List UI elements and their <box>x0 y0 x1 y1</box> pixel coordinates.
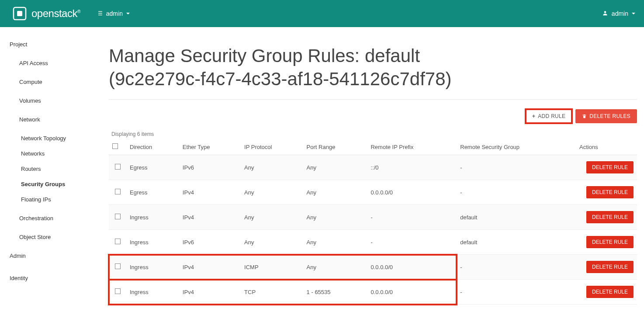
sidebar-item-orchestration[interactable]: Orchestration <box>0 211 98 226</box>
cell-ether-type: IPv4 <box>179 205 241 230</box>
delete-rule-button[interactable]: Delete Rule <box>586 161 634 173</box>
table-row: IngressIPv4TCP1 - 655350.0.0.0/0-Delete … <box>109 280 637 305</box>
openstack-logo-icon <box>12 6 27 21</box>
sidebar-item-api-access[interactable]: API Access <box>0 55 98 71</box>
list-icon: ☰ <box>98 10 103 17</box>
col-direction[interactable]: Direction <box>126 139 179 155</box>
sidebar-item-object-store[interactable]: Object Store <box>0 229 98 245</box>
cell-ether-type: IPv4 <box>179 180 241 205</box>
cell-ip-protocol: TCP <box>241 280 303 305</box>
project-selector[interactable]: ☰ admin <box>98 10 130 17</box>
table-row: IngressIPv6AnyAny-defaultDelete Rule <box>109 230 637 255</box>
sidebar-item-admin[interactable]: Admin <box>0 248 98 263</box>
main-content: Manage Security Group Rules: default (9c… <box>98 27 644 322</box>
col-ether-type[interactable]: Ether Type <box>179 139 241 155</box>
trash-icon <box>582 114 587 119</box>
cell-direction: Egress <box>126 180 179 205</box>
col-remote-ip[interactable]: Remote IP Prefix <box>367 139 457 155</box>
sidebar-item-volumes[interactable]: Volumes <box>0 93 98 108</box>
row-checkbox[interactable] <box>115 164 121 170</box>
project-selector-label: admin <box>106 10 123 17</box>
sidebar-item-network[interactable]: Network <box>0 112 98 127</box>
cell-port-range: Any <box>303 205 367 230</box>
user-menu-label: admin <box>612 10 628 17</box>
brand-name: openstack® <box>31 7 80 20</box>
add-rule-highlight: + Add Rule <box>526 109 572 123</box>
delete-rule-button[interactable]: Delete Rule <box>586 211 634 223</box>
row-checkbox[interactable] <box>115 189 121 194</box>
cell-ether-type: IPv4 <box>179 255 241 280</box>
sidebar: Project API Access Compute Volumes Netwo… <box>0 27 98 322</box>
cell-remote-ip: 0.0.0.0/0 <box>367 255 457 280</box>
item-count: Displaying 6 items <box>109 131 637 137</box>
row-checkbox[interactable] <box>115 263 121 269</box>
delete-rules-button[interactable]: Delete Rules <box>575 109 637 123</box>
svg-point-2 <box>604 11 606 13</box>
cell-remote-ip: - <box>367 205 457 230</box>
cell-port-range: Any <box>303 180 367 205</box>
table-row: IngressIPv4ICMPAny0.0.0.0/0-Delete Rule <box>109 255 637 280</box>
user-menu[interactable]: admin <box>602 10 635 17</box>
sidebar-item-networks[interactable]: Networks <box>0 146 98 161</box>
user-icon <box>602 10 608 17</box>
cell-ether-type: IPv4 <box>179 280 241 305</box>
cell-direction: Egress <box>126 155 179 180</box>
chevron-down-icon <box>126 13 130 14</box>
delete-rules-label: Delete Rules <box>589 113 630 119</box>
cell-remote-ip: 0.0.0.0/0 <box>367 280 457 305</box>
delete-rule-button[interactable]: Delete Rule <box>586 286 634 298</box>
add-rule-button[interactable]: + Add Rule <box>526 109 572 123</box>
cell-ip-protocol: Any <box>241 230 303 255</box>
breadcrumb <box>109 27 637 34</box>
page-title: Manage Security Group Rules: default (9c… <box>109 45 502 90</box>
delete-rule-button[interactable]: Delete Rule <box>586 186 634 198</box>
cell-port-range: 1 - 65535 <box>303 280 367 305</box>
svg-rect-1 <box>17 11 22 16</box>
cell-direction: Ingress <box>126 255 179 280</box>
sidebar-item-identity[interactable]: Identity <box>0 270 98 286</box>
cell-remote-sg: default <box>457 230 576 255</box>
delete-rule-button[interactable]: Delete Rule <box>586 236 634 248</box>
cell-port-range: Any <box>303 230 367 255</box>
row-checkbox[interactable] <box>115 288 121 294</box>
row-checkbox[interactable] <box>115 214 121 219</box>
sidebar-item-compute[interactable]: Compute <box>0 74 98 90</box>
sidebar-item-project[interactable]: Project <box>0 37 98 52</box>
delete-rule-button[interactable]: Delete Rule <box>586 261 634 273</box>
cell-ip-protocol: Any <box>241 155 303 180</box>
row-checkbox[interactable] <box>115 239 121 244</box>
cell-remote-sg: default <box>457 205 576 230</box>
cell-remote-sg: - <box>457 180 576 205</box>
divider <box>109 99 637 100</box>
cell-ether-type: IPv6 <box>179 155 241 180</box>
table-row: EgressIPv6AnyAny::/0-Delete Rule <box>109 155 637 180</box>
sidebar-item-network-topology[interactable]: Network Topology <box>0 131 98 146</box>
table-row: EgressIPv4AnyAny0.0.0.0/0-Delete Rule <box>109 180 637 205</box>
cell-ip-protocol: ICMP <box>241 255 303 280</box>
col-ip-protocol[interactable]: IP Protocol <box>241 139 303 155</box>
cell-remote-sg: - <box>457 280 576 305</box>
cell-remote-sg: - <box>457 255 576 280</box>
select-all-checkbox[interactable] <box>112 143 118 149</box>
cell-remote-ip: ::/0 <box>367 155 457 180</box>
cell-remote-ip: 0.0.0.0/0 <box>367 180 457 205</box>
brand[interactable]: openstack® <box>12 6 80 21</box>
rules-table: Direction Ether Type IP Protocol Port Ra… <box>109 139 637 305</box>
cell-port-range: Any <box>303 155 367 180</box>
cell-direction: Ingress <box>126 230 179 255</box>
col-actions: Actions <box>576 139 637 155</box>
table-row: IngressIPv4AnyAny-defaultDelete Rule <box>109 205 637 230</box>
cell-ip-protocol: Any <box>241 180 303 205</box>
cell-remote-sg: - <box>457 155 576 180</box>
col-port-range[interactable]: Port Range <box>303 139 367 155</box>
add-rule-label: Add Rule <box>538 113 565 119</box>
sidebar-item-floating-ips[interactable]: Floating IPs <box>0 192 98 207</box>
cell-ether-type: IPv6 <box>179 230 241 255</box>
sidebar-item-security-groups[interactable]: Security Groups <box>0 177 98 192</box>
sidebar-item-routers[interactable]: Routers <box>0 161 98 177</box>
table-toolbar: + Add Rule Delete Rules <box>109 109 637 123</box>
plus-icon: + <box>532 113 535 119</box>
col-remote-sg[interactable]: Remote Security Group <box>457 139 576 155</box>
cell-remote-ip: - <box>367 230 457 255</box>
chevron-down-icon <box>632 13 635 14</box>
